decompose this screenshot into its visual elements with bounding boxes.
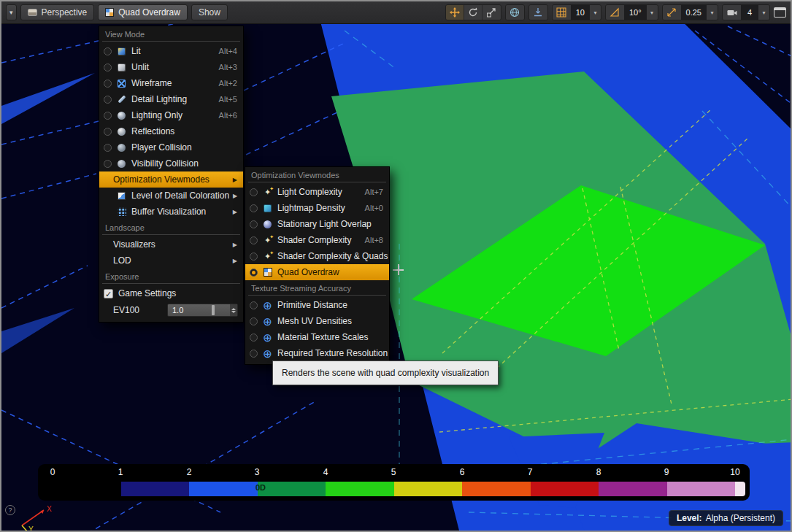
menu-item-shader-complexity[interactable]: Shader Complexity Alt+8	[245, 232, 389, 248]
lightmap-density-icon	[264, 204, 272, 212]
legend-tick: 7	[528, 467, 533, 477]
mesh-uv-densities-icon	[261, 315, 274, 327]
radio-icon	[104, 96, 112, 104]
submenu-arrow-icon: ▶	[233, 242, 237, 248]
menu-item-visibility-collision[interactable]: Visibility Collision	[99, 155, 243, 171]
menu-item-label: Visibility Collision	[131, 158, 199, 169]
legend-tick: 3	[255, 467, 260, 477]
radio-selected-icon	[250, 269, 258, 277]
menu-item-shortcut: Alt+5	[219, 95, 237, 104]
coordinate-system-button[interactable]	[505, 4, 525, 20]
ev100-spinbox[interactable]: 1.0	[167, 304, 238, 317]
menu-item-wireframe[interactable]: Wireframe Alt+2	[99, 75, 243, 91]
menu-header-exposure: Exposure	[99, 269, 243, 282]
legend-segment	[531, 482, 599, 496]
ev100-slider-handle[interactable]	[212, 305, 215, 315]
legend-tick: 6	[460, 467, 465, 477]
menu-item-visualizers[interactable]: Visualizers ▶	[99, 236, 243, 252]
menu-item-label: Buffer Visualization	[131, 207, 206, 217]
camera-speed-control: 4 ▾	[722, 4, 770, 20]
grid-snap-dropdown[interactable]: ▾	[590, 5, 601, 20]
camera-speed-dropdown[interactable]: ▾	[758, 5, 769, 20]
menu-item-lightmap-density[interactable]: Lightmap Density Alt+0	[245, 200, 389, 216]
move-icon	[449, 7, 461, 18]
legend-tick: 5	[391, 467, 396, 477]
menu-item-label: Stationary Light Overlap	[277, 219, 372, 229]
rotation-snap-value[interactable]: 10°	[624, 5, 647, 20]
rotation-snap-toggle[interactable]	[606, 5, 624, 20]
lit-icon	[118, 47, 126, 55]
scale-tool-button[interactable]	[482, 5, 501, 20]
menu-item-label: Mesh UV Densities	[277, 316, 352, 326]
grid-snap-toggle[interactable]	[553, 5, 571, 20]
perspective-button[interactable]: Perspective	[20, 4, 95, 20]
ev100-spin-arrows[interactable]	[230, 304, 237, 316]
menu-item-detail-lighting[interactable]: Detail Lighting Alt+5	[99, 91, 243, 107]
menu-item-reflections[interactable]: Reflections	[99, 123, 243, 139]
buffer-visualization-icon	[118, 207, 126, 216]
ev100-label: EV100	[113, 305, 139, 315]
rotate-tool-button[interactable]	[464, 5, 482, 20]
maximize-viewport-button[interactable]	[774, 7, 786, 18]
radio-icon	[104, 128, 112, 136]
menu-item-mesh-uv-densities[interactable]: Mesh UV Densities	[245, 313, 389, 329]
menu-item-player-collision[interactable]: Player Collision	[99, 139, 243, 155]
unlit-icon	[118, 63, 126, 72]
menu-item-shader-complexity-quads[interactable]: Shader Complexity & Quads	[245, 248, 389, 264]
view-mode-button[interactable]: Quad Overdraw	[98, 4, 188, 20]
wireframe-icon	[118, 80, 126, 88]
camera-speed-value[interactable]: 4	[741, 5, 758, 20]
perspective-icon	[28, 9, 37, 16]
menu-item-buffer-visualization[interactable]: Buffer Visualization ▶	[99, 204, 243, 220]
perspective-label: Perspective	[42, 7, 88, 18]
menu-header-landscape: Landscape	[99, 220, 243, 234]
menu-header: View Mode	[99, 26, 243, 40]
divider	[102, 234, 240, 235]
legend-endcap	[735, 482, 745, 496]
menu-item-quad-overdraw[interactable]: Quad Overdraw	[245, 264, 389, 280]
rotation-snap-dropdown[interactable]: ▾	[647, 5, 658, 20]
scale-snap-dropdown[interactable]: ▾	[707, 5, 718, 20]
show-label: Show	[199, 7, 220, 18]
grid-snap-icon	[555, 7, 567, 18]
menu-item-label: Detail Lighting	[131, 94, 187, 104]
menu-item-level-of-detail-coloration[interactable]: Level of Detail Coloration ▶	[99, 188, 243, 204]
shader-complexity-icon	[261, 234, 274, 246]
menu-item-optimization-viewmodes[interactable]: Optimization Viewmodes ▶	[99, 171, 243, 188]
camera-speed-button[interactable]	[723, 5, 741, 20]
legend-tick: 9	[664, 467, 669, 477]
scale-snap-value[interactable]: 0.25	[681, 5, 707, 20]
rotate-icon	[467, 7, 479, 18]
legend-segment	[667, 482, 736, 496]
move-tool-button[interactable]	[446, 5, 464, 20]
menu-item-light-complexity[interactable]: Light Complexity Alt+7	[245, 184, 389, 200]
menu-item-lighting-only[interactable]: Lighting Only Alt+6	[99, 107, 243, 123]
menu-item-required-texture-resolution[interactable]: Required Texture Resolution	[245, 345, 389, 361]
visibility-collision-icon	[118, 160, 126, 168]
scale-icon	[485, 7, 497, 18]
legend-segment	[53, 482, 121, 496]
transform-tools-group	[445, 4, 501, 20]
scale-snap-toggle[interactable]	[663, 5, 681, 20]
menu-item-material-texture-scales[interactable]: Material Texture Scales	[245, 329, 389, 345]
submenu-arrow-icon: ▶	[233, 193, 237, 199]
menu-item-shortcut: Alt+2	[219, 79, 237, 88]
viewport-options-button[interactable]: ▾	[6, 4, 17, 20]
game-settings-checkbox[interactable]	[104, 289, 113, 298]
help-icon[interactable]: ?	[5, 505, 15, 515]
menu-item-lod[interactable]: LOD ▶	[99, 252, 243, 269]
legend-segment	[599, 482, 667, 496]
axis-gizmo: X Y	[15, 501, 58, 532]
grid-snap-value[interactable]: 10	[571, 5, 590, 20]
radio-icon	[250, 236, 258, 244]
legend-segment	[394, 482, 463, 496]
radio-icon	[250, 220, 258, 228]
menu-item-primitive-distance[interactable]: Primitive Distance	[245, 297, 389, 313]
menu-item-shortcut: Alt+3	[219, 63, 237, 72]
show-button[interactable]: Show	[191, 4, 228, 20]
menu-item-unlit[interactable]: Unlit Alt+3	[99, 59, 243, 75]
menu-item-stationary-light-overlap[interactable]: Stationary Light Overlap	[245, 216, 389, 232]
menu-item-lit[interactable]: Lit Alt+4	[99, 43, 243, 59]
menu-item-label: Light Complexity	[277, 187, 342, 197]
surface-snapping-button[interactable]	[528, 4, 548, 20]
